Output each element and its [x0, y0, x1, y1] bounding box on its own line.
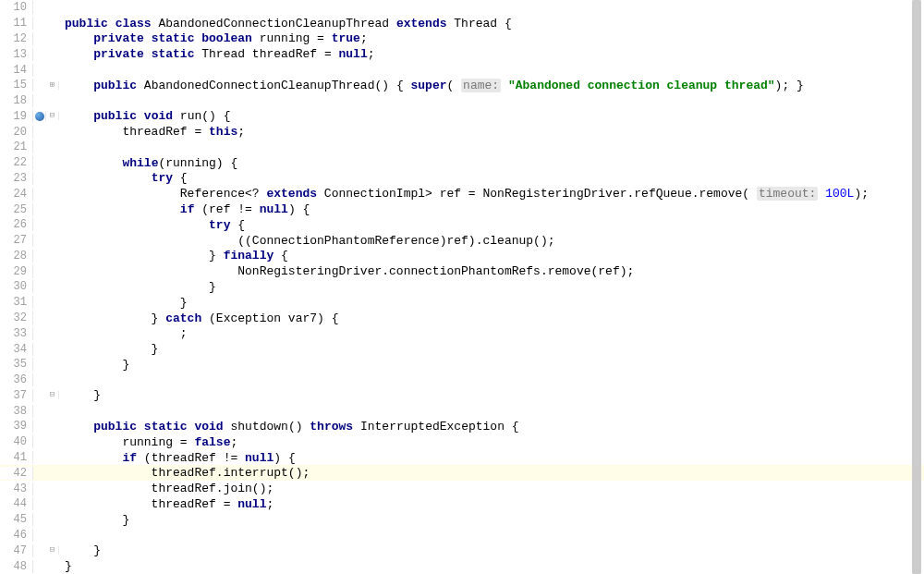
- fold-collapse-icon[interactable]: ⊟: [50, 391, 55, 399]
- code-content[interactable]: try {: [59, 171, 924, 185]
- line-number: 27: [0, 234, 33, 247]
- code-line[interactable]: 40 running = false;: [0, 434, 924, 450]
- line-number: 36: [0, 373, 33, 386]
- code-content[interactable]: public void run() {: [59, 109, 924, 123]
- code-line[interactable]: 45 }: [0, 512, 924, 528]
- code-content[interactable]: }: [59, 280, 924, 294]
- line-number: 44: [0, 497, 33, 510]
- code-line[interactable]: 47⊟ }: [0, 543, 924, 558]
- code-content[interactable]: NonRegisteringDriver.connectionPhantomRe…: [59, 264, 924, 278]
- line-number: 23: [0, 172, 33, 185]
- code-line[interactable]: 34 }: [0, 341, 924, 357]
- code-line[interactable]: 14: [0, 62, 924, 78]
- code-content[interactable]: running = false;: [59, 435, 924, 449]
- code-line[interactable]: 23 try {: [0, 171, 924, 187]
- breakpoint-icon[interactable]: [35, 112, 44, 121]
- code-line[interactable]: 10: [0, 0, 924, 16]
- fold-gutter[interactable]: ⊟: [46, 546, 59, 555]
- line-number: 38: [0, 405, 33, 418]
- code-line[interactable]: 41 if (threadRef != null) {: [0, 450, 924, 466]
- line-number: 15: [0, 79, 33, 92]
- scrollbar-thumb[interactable]: [912, 0, 921, 574]
- line-number: 45: [0, 513, 33, 526]
- line-number: 26: [0, 218, 33, 231]
- line-number: 43: [0, 482, 33, 495]
- code-line[interactable]: 36: [0, 372, 924, 388]
- breakpoint-gutter[interactable]: [33, 112, 46, 121]
- code-line[interactable]: 11public class AbandonedConnectionCleanu…: [0, 16, 924, 31]
- fold-expand-icon[interactable]: ⊞: [50, 81, 55, 90]
- code-content[interactable]: private static boolean running = true;: [59, 31, 924, 45]
- code-line[interactable]: 37⊟ }: [0, 388, 924, 404]
- line-number: 19: [0, 110, 33, 123]
- code-line[interactable]: 28 } finally {: [0, 249, 924, 264]
- code-line[interactable]: 39 public static void shutdown() throws …: [0, 419, 924, 434]
- code-line[interactable]: 44 threadRef = null;: [0, 496, 924, 512]
- code-line[interactable]: 29 NonRegisteringDriver.connectionPhanto…: [0, 263, 924, 279]
- code-line[interactable]: 12 private static boolean running = true…: [0, 31, 924, 47]
- code-content[interactable]: }: [59, 358, 924, 372]
- line-number: 40: [0, 435, 33, 448]
- code-line[interactable]: 25 if (ref != null) {: [0, 202, 924, 217]
- code-line[interactable]: 35 }: [0, 357, 924, 372]
- code-content[interactable]: if (ref != null) {: [59, 202, 924, 216]
- code-content[interactable]: Reference<? extends ConnectionImpl> ref …: [59, 187, 924, 201]
- code-content[interactable]: }: [59, 388, 924, 402]
- line-number: 31: [0, 296, 33, 309]
- code-line[interactable]: 21: [0, 140, 924, 155]
- code-content[interactable]: } catch (Exception var7) {: [59, 311, 924, 325]
- vertical-scrollbar[interactable]: [912, 0, 921, 574]
- line-number: 46: [0, 529, 33, 542]
- code-content[interactable]: threadRef = null;: [59, 497, 924, 511]
- fold-collapse-icon[interactable]: ⊟: [50, 546, 55, 555]
- code-line[interactable]: 42 threadRef.interrupt();: [0, 465, 924, 481]
- code-line[interactable]: 24 Reference<? extends ConnectionImpl> r…: [0, 186, 924, 202]
- code-content[interactable]: try {: [59, 218, 924, 232]
- code-content[interactable]: public static void shutdown() throws Int…: [59, 420, 924, 434]
- code-line[interactable]: 33 ;: [0, 325, 924, 341]
- code-line[interactable]: 15⊞ public AbandonedConnectionCleanupThr…: [0, 78, 924, 93]
- code-editor[interactable]: 1011public class AbandonedConnectionClea…: [0, 0, 924, 574]
- code-content[interactable]: private static Thread threadRef = null;: [59, 47, 924, 61]
- code-line[interactable]: 18: [0, 93, 924, 109]
- code-line[interactable]: 22 while(running) {: [0, 155, 924, 171]
- code-content[interactable]: if (threadRef != null) {: [59, 451, 924, 465]
- code-line[interactable]: 48}: [0, 558, 924, 574]
- fold-collapse-icon[interactable]: ⊟: [50, 112, 55, 120]
- code-line[interactable]: 43 threadRef.join();: [0, 481, 924, 496]
- line-number: 22: [0, 156, 33, 169]
- code-line[interactable]: 19⊟ public void run() {: [0, 108, 924, 124]
- code-content[interactable]: }: [59, 543, 924, 557]
- fold-gutter[interactable]: ⊞: [46, 81, 59, 90]
- code-line[interactable]: 31 }: [0, 295, 924, 311]
- code-line[interactable]: 46: [0, 528, 924, 543]
- code-content[interactable]: threadRef = this;: [59, 125, 924, 139]
- code-content[interactable]: }: [59, 559, 924, 573]
- code-line[interactable]: 30 }: [0, 279, 924, 295]
- fold-gutter[interactable]: ⊟: [46, 391, 59, 399]
- code-content[interactable]: ((ConnectionPhantomReference)ref).cleanu…: [59, 234, 924, 248]
- code-line[interactable]: 32 } catch (Exception var7) {: [0, 311, 924, 326]
- line-number: 34: [0, 343, 33, 356]
- line-number: 33: [0, 327, 33, 340]
- code-line[interactable]: 27 ((ConnectionPhantomReference)ref).cle…: [0, 233, 924, 249]
- code-line[interactable]: 26 try {: [0, 217, 924, 233]
- code-content[interactable]: } finally {: [59, 249, 924, 263]
- code-content[interactable]: }: [59, 296, 924, 310]
- code-line[interactable]: 20 threadRef = this;: [0, 124, 924, 140]
- code-content[interactable]: public class AbandonedConnectionCleanupT…: [59, 17, 924, 31]
- code-content[interactable]: threadRef.join();: [59, 482, 924, 495]
- code-content[interactable]: public AbandonedConnectionCleanupThread(…: [59, 79, 924, 92]
- code-line[interactable]: 13 private static Thread threadRef = nul…: [0, 46, 924, 62]
- line-number: 30: [0, 280, 33, 293]
- code-content[interactable]: }: [59, 342, 924, 356]
- code-content[interactable]: threadRef.interrupt();: [59, 466, 924, 480]
- code-content[interactable]: }: [59, 513, 924, 527]
- code-line[interactable]: 38: [0, 403, 924, 419]
- fold-gutter[interactable]: ⊟: [46, 112, 59, 120]
- code-content[interactable]: while(running) {: [59, 156, 924, 170]
- line-number: 14: [0, 64, 33, 77]
- code-content[interactable]: ;: [59, 326, 924, 340]
- line-number: 18: [0, 94, 33, 107]
- line-number: 21: [0, 140, 33, 153]
